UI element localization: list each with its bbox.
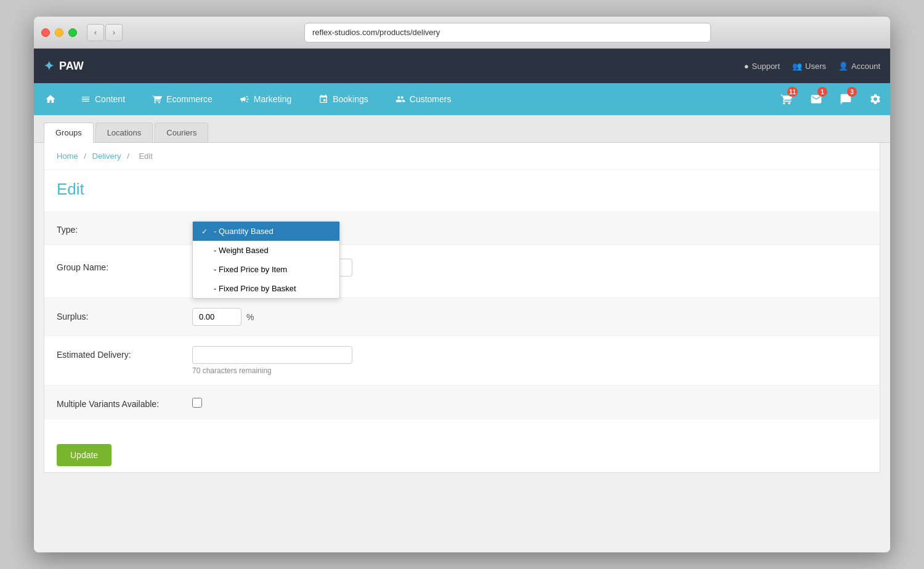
users-icon: 👥 bbox=[792, 62, 802, 71]
estimated-delivery-label: Estimated Delivery: bbox=[57, 346, 192, 360]
cart-nav-btn[interactable]: 11 bbox=[772, 83, 801, 115]
checkmark-icon: ✓ bbox=[201, 227, 210, 236]
nav-right-icons: 11 1 3 bbox=[772, 83, 890, 115]
option-fixed-price-basket[interactable]: - Fixed Price by Basket bbox=[193, 279, 339, 298]
mail-badge: 1 bbox=[817, 87, 827, 97]
nav-content[interactable]: Content bbox=[67, 83, 139, 115]
tab-couriers[interactable]: Couriers bbox=[155, 123, 208, 142]
logo-text: PAW bbox=[59, 60, 84, 73]
tab-locations[interactable]: Locations bbox=[95, 123, 153, 142]
estimated-delivery-chars: 70 characters remaining bbox=[192, 366, 867, 375]
nav-bookings[interactable]: Bookings bbox=[305, 83, 382, 115]
content-icon bbox=[81, 94, 91, 104]
cart-badge: 11 bbox=[787, 87, 798, 97]
account-icon: 👤 bbox=[838, 62, 848, 71]
account-link[interactable]: 👤 Account bbox=[838, 62, 880, 71]
calendar-icon bbox=[318, 94, 328, 104]
breadcrumb-sep2: / bbox=[127, 151, 129, 161]
logo-area: ✦ PAW bbox=[44, 59, 744, 73]
content-area: Groups Locations Couriers Home / Deliver… bbox=[34, 115, 890, 552]
url-text: reflex-studios.com/products/delivery bbox=[312, 28, 440, 37]
surplus-row: Surplus: % bbox=[44, 297, 880, 336]
estimated-delivery-row: Estimated Delivery: 70 characters remain… bbox=[44, 336, 880, 385]
traffic-lights bbox=[41, 28, 77, 37]
nav-marketing[interactable]: Marketing bbox=[226, 83, 305, 115]
option-fixed-price-item[interactable]: - Fixed Price by Item bbox=[193, 260, 339, 279]
group-name-label: Group Name: bbox=[57, 259, 192, 272]
app: ✦ PAW ● Support 👥 Users 👤 Account bbox=[34, 49, 890, 552]
surplus-input[interactable] bbox=[192, 308, 241, 326]
support-icon: ● bbox=[744, 62, 749, 71]
main-nav: Content Ecommerce Marketing Bookings bbox=[34, 83, 890, 115]
estimated-delivery-field: 70 characters remaining bbox=[192, 346, 867, 375]
users-link[interactable]: 👥 Users bbox=[792, 62, 826, 71]
tab-bar: Groups Locations Couriers bbox=[34, 115, 890, 143]
surplus-field: % bbox=[192, 308, 867, 326]
close-button[interactable] bbox=[41, 28, 50, 37]
multiple-variants-row: Multiple Variants Available: bbox=[44, 385, 880, 419]
top-nav: ✦ PAW ● Support 👥 Users 👤 Account bbox=[34, 49, 890, 83]
surplus-label: Surplus: bbox=[57, 308, 192, 321]
multiple-variants-checkbox[interactable] bbox=[192, 398, 202, 408]
page-title: Edit bbox=[44, 170, 880, 211]
url-bar[interactable]: reflex-studios.com/products/delivery bbox=[304, 23, 711, 42]
chat-nav-btn[interactable]: 3 bbox=[831, 83, 861, 115]
back-button[interactable]: ‹ bbox=[87, 24, 104, 41]
percent-label: % bbox=[246, 312, 254, 322]
cart-icon bbox=[152, 94, 162, 104]
mail-nav-btn[interactable]: 1 bbox=[801, 83, 831, 115]
group-name-row: Group Name: 70 characters remaining bbox=[44, 244, 880, 297]
chat-badge: 3 bbox=[847, 87, 857, 97]
breadcrumb-edit: Edit bbox=[139, 151, 152, 161]
logo-icon: ✦ bbox=[44, 59, 54, 73]
main-panel: Home / Delivery / Edit Edit Type: bbox=[44, 143, 880, 473]
minimize-button[interactable] bbox=[55, 28, 63, 37]
breadcrumb-home[interactable]: Home bbox=[57, 151, 78, 161]
nav-arrows: ‹ › bbox=[87, 24, 123, 41]
customers-icon bbox=[395, 94, 405, 104]
type-dropdown-menu[interactable]: ✓ - Quantity Based - Weight Based - Fixe bbox=[192, 221, 340, 299]
multiple-variants-label: Multiple Variants Available: bbox=[57, 395, 192, 409]
breadcrumb-sep1: / bbox=[84, 151, 86, 161]
breadcrumb-delivery[interactable]: Delivery bbox=[92, 151, 121, 161]
estimated-delivery-input[interactable] bbox=[192, 346, 352, 364]
type-label: Type: bbox=[57, 221, 192, 235]
browser-window: ‹ › reflex-studios.com/products/delivery… bbox=[34, 17, 890, 552]
type-row: Type: ✓ - Quantity Based - Weight bbox=[44, 211, 880, 244]
multiple-variants-field bbox=[192, 395, 867, 410]
maximize-button[interactable] bbox=[68, 28, 77, 37]
surplus-input-row: % bbox=[192, 308, 867, 326]
title-bar: ‹ › reflex-studios.com/products/delivery bbox=[34, 17, 890, 49]
update-button[interactable]: Update bbox=[57, 444, 111, 466]
settings-icon bbox=[869, 93, 881, 105]
top-nav-right: ● Support 👥 Users 👤 Account bbox=[744, 62, 880, 71]
edit-form: Type: ✓ - Quantity Based - Weight bbox=[44, 211, 880, 438]
settings-nav-btn[interactable] bbox=[861, 83, 890, 115]
nav-ecommerce[interactable]: Ecommerce bbox=[139, 83, 226, 115]
home-icon bbox=[45, 94, 56, 105]
breadcrumb: Home / Delivery / Edit bbox=[44, 143, 880, 170]
support-link[interactable]: ● Support bbox=[744, 62, 780, 71]
forward-button[interactable]: › bbox=[105, 24, 123, 41]
nav-customers[interactable]: Customers bbox=[382, 83, 465, 115]
megaphone-icon bbox=[240, 94, 249, 104]
option-quantity-based[interactable]: ✓ - Quantity Based bbox=[193, 222, 339, 241]
option-weight-based[interactable]: - Weight Based bbox=[193, 241, 339, 260]
nav-home[interactable] bbox=[34, 83, 67, 115]
tab-groups[interactable]: Groups bbox=[44, 123, 94, 143]
